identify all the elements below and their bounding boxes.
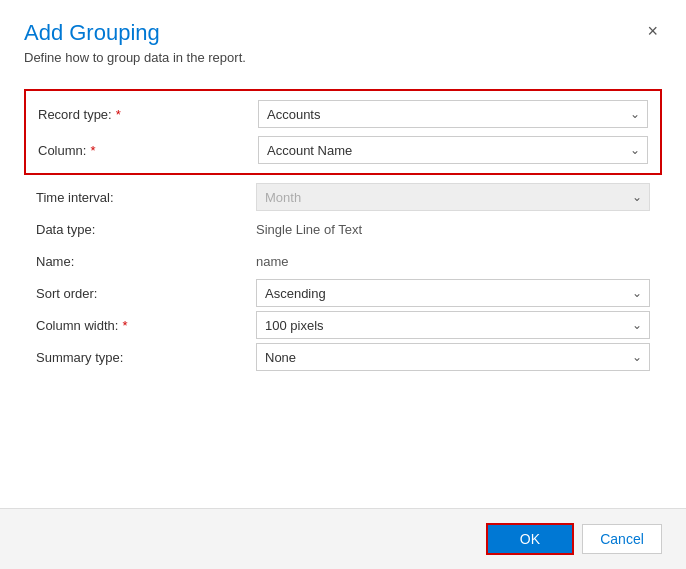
column-width-control: 100 pixels ⌄ — [256, 311, 650, 339]
dialog-body: Record type: * Accounts ⌄ Column: * — [0, 65, 686, 508]
name-row: Name: name — [24, 245, 662, 277]
dialog-header: Add Grouping Define how to group data in… — [0, 0, 686, 65]
add-grouping-dialog: Add Grouping Define how to group data in… — [0, 0, 686, 569]
summary-type-control: None ⌄ — [256, 343, 650, 371]
column-width-required: * — [122, 318, 127, 333]
record-type-select[interactable]: Accounts — [258, 100, 648, 128]
sort-order-control: Ascending ⌄ — [256, 279, 650, 307]
header-title-area: Add Grouping Define how to group data in… — [24, 20, 643, 65]
summary-type-select[interactable]: None — [256, 343, 650, 371]
sort-order-row: Sort order: Ascending ⌄ — [24, 277, 662, 309]
time-interval-control: Month ⌄ — [256, 183, 650, 211]
column-select-wrapper: Account Name ⌄ — [258, 136, 648, 164]
name-label: Name: — [36, 254, 256, 269]
time-interval-select[interactable]: Month — [256, 183, 650, 211]
summary-type-row: Summary type: None ⌄ — [24, 341, 662, 373]
time-interval-row: Time interval: Month ⌄ — [24, 181, 662, 213]
data-type-label: Data type: — [36, 222, 256, 237]
record-type-control: Accounts ⌄ — [258, 100, 648, 128]
column-width-row: Column width: * 100 pixels ⌄ — [24, 309, 662, 341]
record-type-label: Record type: * — [38, 107, 258, 122]
summary-type-select-wrapper: None ⌄ — [256, 343, 650, 371]
dialog-footer: OK Cancel — [0, 508, 686, 569]
cancel-button[interactable]: Cancel — [582, 524, 662, 554]
column-select[interactable]: Account Name — [258, 136, 648, 164]
sort-order-select[interactable]: Ascending — [256, 279, 650, 307]
time-interval-select-wrapper: Month ⌄ — [256, 183, 650, 211]
sort-order-select-wrapper: Ascending ⌄ — [256, 279, 650, 307]
required-fields-section: Record type: * Accounts ⌄ Column: * — [24, 89, 662, 175]
close-button[interactable]: × — [643, 22, 662, 40]
column-width-select[interactable]: 100 pixels — [256, 311, 650, 339]
record-type-select-wrapper: Accounts ⌄ — [258, 100, 648, 128]
data-type-row: Data type: Single Line of Text — [24, 213, 662, 245]
data-type-value: Single Line of Text — [256, 221, 650, 237]
sort-order-label: Sort order: — [36, 286, 256, 301]
column-width-select-wrapper: 100 pixels ⌄ — [256, 311, 650, 339]
ok-button[interactable]: OK — [486, 523, 574, 555]
name-value: name — [256, 253, 650, 269]
dialog-title: Add Grouping — [24, 20, 643, 46]
extra-fields-section: Time interval: Month ⌄ Data type: Sing — [24, 181, 662, 373]
column-label: Column: * — [38, 143, 258, 158]
record-type-required: * — [116, 107, 121, 122]
dialog-subtitle: Define how to group data in the report. — [24, 50, 643, 65]
time-interval-label: Time interval: — [36, 190, 256, 205]
column-row: Column: * Account Name ⌄ — [38, 135, 648, 165]
summary-type-label: Summary type: — [36, 350, 256, 365]
column-required: * — [90, 143, 95, 158]
column-width-label: Column width: * — [36, 318, 256, 333]
record-type-row: Record type: * Accounts ⌄ — [38, 99, 648, 129]
column-control: Account Name ⌄ — [258, 136, 648, 164]
